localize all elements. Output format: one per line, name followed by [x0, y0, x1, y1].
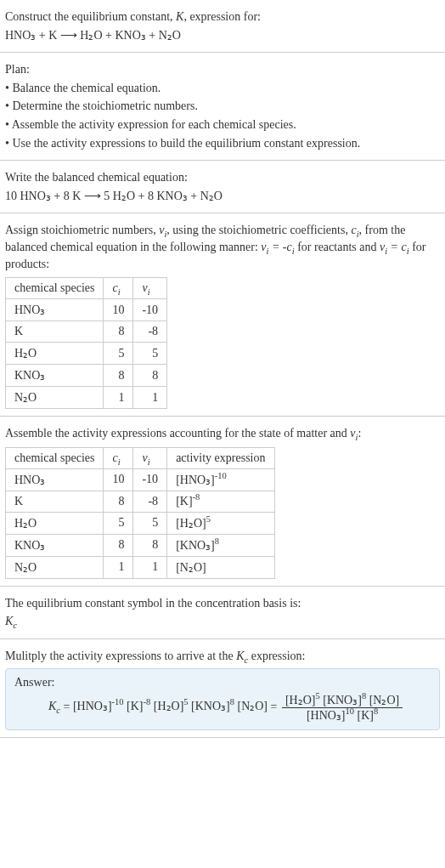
text: :	[358, 427, 361, 440]
base: [K]	[176, 495, 192, 508]
table-row: HNO₃10-10[HNO₃]-10	[6, 468, 275, 491]
cell: H₂O	[6, 512, 104, 534]
activity-text: Assemble the activity expressions accoun…	[5, 425, 440, 442]
cell: KNO₃	[6, 365, 104, 387]
balanced-title: Write the balanced chemical equation:	[5, 169, 440, 186]
col-ci: ci	[104, 278, 133, 299]
plan-bullet: • Assemble the activity expression for e…	[5, 116, 440, 133]
plan-bullet: • Determine the stoichiometric numbers.	[5, 98, 440, 115]
cell: 1	[104, 387, 133, 409]
col-ci: ci	[104, 447, 133, 468]
exp: -8	[193, 492, 200, 502]
cell: KNO₃	[6, 534, 104, 556]
kc-symbol: Kc	[5, 613, 440, 630]
plan-bullet: • Use the activity expressions to build …	[5, 135, 440, 152]
col-nui: νi	[133, 447, 167, 468]
var-K: K	[176, 10, 183, 23]
cell: 8	[104, 321, 133, 343]
cell-activity: [K]-8	[167, 491, 274, 512]
var-c-i: ci	[351, 224, 358, 236]
answer-label: Answer:	[14, 676, 431, 689]
var-nu-i: νi	[159, 224, 166, 236]
cell: H₂O	[6, 343, 104, 365]
prompt-section: Construct the equilibrium constant, K, e…	[0, 0, 445, 53]
fraction: [H₂O]5 [KNO₃]8 [N₂O] [HNO₃]10 [K]8	[282, 693, 403, 723]
eq-sign: =	[271, 700, 280, 712]
text: , using the stoichiometric coefficients,	[166, 224, 351, 236]
cell: 5	[133, 512, 167, 534]
activity-table: chemical species ci νi activity expressi…	[5, 447, 275, 579]
stoich-text: Assign stoichiometric numbers, νi, using…	[5, 222, 440, 272]
cell: N₂O	[6, 556, 104, 578]
eq-sign: =	[64, 700, 73, 712]
text: Assign stoichiometric numbers,	[5, 224, 159, 236]
cell-activity: [HNO₃]-10	[167, 468, 274, 491]
base: [HNO₃]	[176, 474, 215, 486]
kc-lhs: Kc	[48, 700, 60, 712]
stoich-table: chemical species ci νi HNO₃10-10 K8-8 H₂…	[5, 277, 167, 409]
balanced-equation: 10 HNO₃ + 8 K ⟶ 5 H₂O + 8 KNO₃ + N₂O	[5, 188, 440, 205]
col-activity: activity expression	[167, 447, 274, 468]
cell: 5	[104, 343, 133, 365]
table-row: K8-8	[6, 321, 167, 343]
col-species: chemical species	[6, 278, 104, 299]
cell: 8	[133, 534, 167, 556]
cell: 5	[133, 343, 167, 365]
cell: 10	[104, 468, 133, 491]
plan-bullet: • Balance the chemical equation.	[5, 80, 440, 97]
rel-products: νi = ci	[380, 241, 409, 253]
stoich-section: Assign stoichiometric numbers, νi, using…	[0, 213, 445, 417]
table-row: KNO₃88[KNO₃]8	[6, 534, 275, 556]
cell: 8	[104, 491, 133, 512]
symbol-text: The equilibrium constant symbol in the c…	[5, 595, 440, 612]
table-header-row: chemical species ci νi activity expressi…	[6, 447, 275, 468]
activity-section: Assemble the activity expressions accoun…	[0, 417, 445, 587]
text: , expression for:	[183, 10, 261, 23]
term: [HNO₃]-10 [K]-8 [H₂O]5 [KNO₃]8 [N₂O]	[73, 700, 268, 712]
reaction-equation: HNO₃ + K ⟶ H₂O + KNO₃ + N₂O	[5, 27, 440, 44]
table-row: N₂O11[N₂O]	[6, 556, 275, 578]
exp: -10	[215, 471, 227, 480]
balanced-section: Write the balanced chemical equation: 10…	[0, 161, 445, 213]
kc-expression: Kc = [HNO₃]-10 [K]-8 [H₂O]5 [KNO₃]8 [N₂O…	[14, 693, 431, 723]
answer-section: Mulitply the activity expressions to arr…	[0, 639, 445, 738]
cell: 8	[104, 365, 133, 387]
table-row: KNO₃88	[6, 365, 167, 387]
numerator: [H₂O]5 [KNO₃]8 [N₂O]	[282, 693, 403, 708]
text: Construct the equilibrium constant,	[5, 10, 176, 23]
multiply-text: Mulitply the activity expressions to arr…	[5, 648, 440, 665]
cell: 8	[133, 365, 167, 387]
base: [N₂O]	[176, 561, 206, 574]
plan-title: Plan:	[5, 61, 440, 78]
table-row: HNO₃10-10	[6, 299, 167, 321]
text: for reactants and	[295, 241, 380, 253]
cell: N₂O	[6, 387, 104, 409]
cell: -8	[133, 491, 167, 512]
rel-reactants: νi = -ci	[261, 241, 294, 253]
denominator: [HNO₃]10 [K]8	[282, 708, 403, 723]
col-nui: νi	[133, 278, 167, 299]
table-row: H₂O55[H₂O]5	[6, 512, 275, 534]
symbol-section: The equilibrium constant symbol in the c…	[0, 587, 445, 639]
cell: HNO₃	[6, 468, 104, 491]
text: Mulitply the activity expressions to arr…	[5, 650, 236, 662]
cell: 8	[104, 534, 133, 556]
cell: -10	[133, 299, 167, 321]
cell-activity: [H₂O]5	[167, 512, 274, 534]
cell: HNO₃	[6, 299, 104, 321]
cell-activity: [N₂O]	[167, 556, 274, 578]
text: expression:	[248, 650, 305, 662]
table-row: N₂O11	[6, 387, 167, 409]
base: [H₂O]	[176, 517, 206, 530]
answer-box: Answer: Kc = [HNO₃]-10 [K]-8 [H₂O]5 [KNO…	[5, 668, 440, 730]
cell-activity: [KNO₃]8	[167, 534, 274, 556]
base: [KNO₃]	[176, 539, 215, 552]
col-species: chemical species	[6, 447, 104, 468]
table-row: H₂O55	[6, 343, 167, 365]
cell: K	[6, 491, 104, 512]
kc-symbol-inline: Kc	[236, 650, 248, 662]
cell: -8	[133, 321, 167, 343]
cell: 1	[133, 387, 167, 409]
plan-section: Plan: • Balance the chemical equation. •…	[0, 53, 445, 161]
table-row: K8-8[K]-8	[6, 491, 275, 512]
